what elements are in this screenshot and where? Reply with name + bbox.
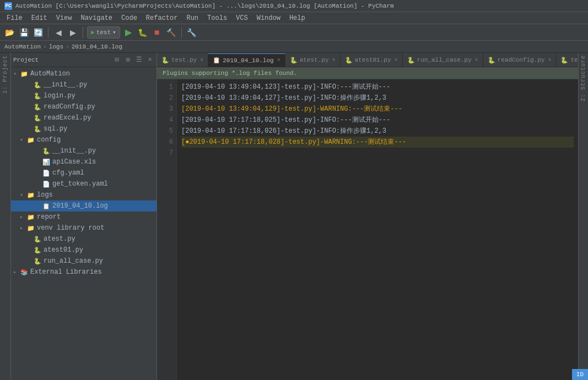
tree-item-logs-folder[interactable]: ▾ 📁 logs [11,189,157,200]
line-num-4: 4 [159,115,173,126]
editor-content[interactable]: 1 2 3 4 5 6 7 [2019-04-10 13:49:04,123]-… [157,79,578,380]
tab-close-icon[interactable]: × [200,57,203,63]
tree-item-readexcel[interactable]: 🐍 readExcel.py [11,112,157,123]
menu-help[interactable]: Help [285,13,310,23]
log-line-6: [●2019-04-10 17:17:18,028]-test.py]-WARN… [181,137,574,148]
menu-navigate[interactable]: Navigate [76,13,117,23]
tree-item-sql[interactable]: 🐍 sql.py [11,123,157,134]
tab-py-icon: 🐍 [560,57,568,64]
tab-py-icon: 🐍 [345,57,353,64]
tree-item-apicase[interactable]: 📊 apiCase.xls [11,156,157,167]
build-button[interactable]: 🔨 [165,26,177,39]
tab-py-icon: 🐍 [407,57,415,64]
app-window: PC AutoMation [C:\Users\wangli\PycharmPr… [0,0,588,380]
save-button[interactable]: 💾 [18,26,30,39]
tree-item-init[interactable]: 🐍 __init__.py [11,79,157,90]
plugin-notice-bar: Plugins supporting *.log files found. [157,67,578,79]
line-numbers: 1 2 3 4 5 6 7 [157,79,177,380]
line-num-3: 3 [159,104,173,115]
breadcrumb-logs[interactable]: logs [49,44,63,50]
open-button[interactable]: 📂 [3,26,15,39]
tree-item-cfg[interactable]: 📄 cfg.yaml [11,167,157,178]
tree-label: cfg.yaml [52,169,84,177]
tab-close-icon[interactable]: × [332,57,335,63]
collapse-all-btn[interactable]: ⊟ [112,56,121,64]
tree-item-config-folder[interactable]: ▾ 📁 config [11,134,157,145]
menu-run[interactable]: Run [182,13,203,23]
debug-button[interactable]: 🐛 [137,26,149,39]
sync-button[interactable]: 🔄 [32,26,44,39]
menu-vcs[interactable]: VCS [231,13,252,23]
tree-item-gettoken[interactable]: 📄 get_token.yaml [11,178,157,189]
tree-item-logfile[interactable]: 📋 2019_04_10.log [11,200,157,211]
structure-tab[interactable]: 2: Structure [580,55,586,101]
structure-panel-toggle[interactable]: 1: Project [2,55,8,94]
tab-log[interactable]: 📋 2019_04_10.log × [208,53,285,67]
tree-item-report-folder[interactable]: ▸ 📁 report [11,211,157,222]
tab-label: 2019_04_10.log [223,57,273,64]
tree-item-atest01[interactable]: 🐍 atest01.py [11,245,157,256]
tab-readconfig-py[interactable]: 🐍 readConfig.py × [483,53,557,67]
tree-label: apiCase.xls [52,158,96,166]
tree-item-config-init[interactable]: 🐍 __init__.py [11,145,157,156]
yaml-icon: 📄 [42,170,51,177]
tab-test008-py[interactable]: 🐍 test_008_livi... × [556,53,578,67]
toolbar: 📂 💾 🔄 ◀ ▶ ▶ test ▾ ▶ 🐛 ■ 🔨 🔧 [0,24,588,41]
code-content[interactable]: [2019-04-10 13:49:04,123]-test.py]-INFO:… [177,79,578,380]
id-badge-label: ID [576,371,584,378]
breadcrumb-project[interactable]: AutoMation [4,44,41,50]
run-config-arrow: ▾ [112,29,116,36]
run-config-label: test [96,29,111,36]
tree-label: get_token.yaml [52,180,108,188]
tree-label: report [37,213,61,221]
forward-button[interactable]: ▶ [67,26,79,39]
tree-item-venv-folder[interactable]: ▸ 📁 venv library root [11,222,157,234]
tree-item-login[interactable]: 🐍 login.py [11,90,157,101]
menu-view[interactable]: View [52,13,77,23]
menu-refactor[interactable]: Refactor [142,13,182,23]
tab-close-icon[interactable]: × [277,57,280,63]
back-button[interactable]: ◀ [52,26,64,39]
tab-atest01-py[interactable]: 🐍 atest01.py × [341,53,403,67]
tree-label: External Libraries [30,268,102,276]
tab-close-icon[interactable]: × [395,57,398,63]
tree-item-atest[interactable]: 🐍 atest.py [11,234,157,245]
gear-icon[interactable]: ☰ [134,56,143,64]
tree-item-ext-libs[interactable]: ▸ 📚 External Libraries [11,267,157,278]
menu-code[interactable]: Code [117,13,142,23]
py-icon: 🐍 [33,104,42,111]
tab-test-py[interactable]: 🐍 test.py × [157,53,208,67]
log-line-2: [2019-04-10 13:49:04,127]-test.py]-INFO:… [181,94,386,102]
line-num-7: 7 [159,148,173,159]
tab-close-icon[interactable]: × [475,57,478,63]
tab-atest-py[interactable]: 🐍 atest.py × [285,53,341,67]
id-badge[interactable]: ID [572,369,588,380]
settings-button[interactable]: 🔧 [186,26,198,39]
tab-runall-py[interactable]: 🐍 run_all_case.py × [403,53,483,67]
editor-area: 🐍 test.py × 📋 2019_04_10.log × 🐍 atest.p… [157,53,578,380]
run-button[interactable]: ▶ [122,26,134,39]
tree-label: atest01.py [44,246,83,254]
arrow-icon: ▾ [13,70,20,77]
project-panel: Project ⊟ ⚙ ☰ × ▾ 📁 AutoMation 🐍 __init_… [11,53,157,380]
stop-button[interactable]: ■ [151,26,163,39]
line-num-2: 2 [159,93,173,104]
log-line-7 [181,160,185,168]
editor-tab-bar: 🐍 test.py × 📋 2019_04_10.log × 🐍 atest.p… [157,53,578,67]
run-config-selector[interactable]: ▶ test ▾ [87,26,120,39]
tab-close-icon[interactable]: × [548,57,551,63]
close-panel-btn[interactable]: × [145,56,154,64]
tree-item-readconfig[interactable]: 🐍 readConfig.py [11,101,157,112]
plugin-notice-text: Plugins supporting *.log files found. [163,70,297,77]
tree-item-runall[interactable]: 🐍 run_all_case.py [11,256,157,267]
menu-tools[interactable]: Tools [203,13,231,23]
settings-btn[interactable]: ⚙ [123,56,132,64]
menu-edit[interactable]: Edit [27,13,52,23]
yaml-icon: 📄 [42,181,51,188]
menu-window[interactable]: Window [252,13,285,23]
xls-icon: 📊 [42,159,51,166]
tab-label: run_all_case.py [417,57,472,63]
menu-file[interactable]: File [2,13,27,23]
tree-item-root[interactable]: ▾ 📁 AutoMation [11,68,157,79]
breadcrumb-file[interactable]: 2019_04_10.log [72,44,122,50]
